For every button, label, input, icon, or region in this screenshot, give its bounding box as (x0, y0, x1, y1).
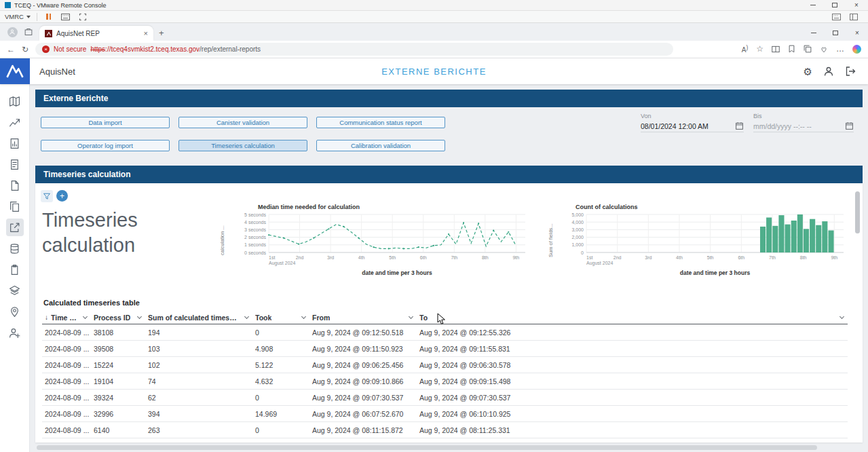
vertical-scrollbar-thumb[interactable] (855, 191, 860, 233)
console-panels-button[interactable] (848, 12, 859, 22)
browser-profile-button[interactable] (6, 26, 18, 38)
horizontal-scrollbar-thumb[interactable] (37, 445, 817, 450)
favorites-hub-button[interactable] (788, 45, 795, 53)
column-header-sum-of-calculated-timeseries[interactable]: Sum of calculated timeseries (145, 314, 252, 322)
vmware-maximize-button[interactable] (831, 1, 839, 10)
send-ctrl-alt-del-button[interactable] (60, 12, 71, 22)
sidebar-item-map[interactable] (6, 92, 24, 110)
report-button-operator-log-import[interactable]: Operator log import (41, 140, 170, 151)
back-button[interactable]: ← (7, 45, 15, 54)
date-from-calendar-button[interactable] (735, 121, 744, 130)
date-to-field[interactable]: Bis mm/dd/yyyy --:-- -- (753, 113, 854, 132)
vmware-remote-console-window: TCEQ - VMware Remote Console × VMRC (0, 0, 868, 452)
logout-button[interactable] (845, 66, 856, 77)
sidebar-item-document-lines[interactable] (6, 155, 24, 173)
fullscreen-button[interactable] (77, 12, 88, 22)
chevron-down-icon[interactable] (83, 314, 88, 319)
sidebar-item-layers[interactable] (6, 282, 24, 299)
sidebar-item-file[interactable] (6, 176, 24, 194)
report-button-communication-status-report[interactable]: Communication status report (316, 117, 445, 128)
svg-text:9th: 9th (512, 255, 519, 260)
vmware-close-button[interactable]: × (852, 1, 861, 10)
aquisnet-logo[interactable] (0, 58, 30, 84)
chevron-down-icon[interactable] (409, 314, 413, 319)
sidebar-item-copy[interactable] (6, 197, 24, 215)
user-account-button[interactable] (823, 66, 834, 77)
read-aloud-button[interactable]: A) (742, 44, 748, 54)
browser-toolbar-icons: A) ☆ … (742, 44, 861, 54)
sidebar-item-database[interactable] (6, 240, 24, 257)
filter-button[interactable] (41, 190, 53, 202)
sidebar (0, 84, 30, 452)
chart-y-axis-label: calculation ... (217, 212, 227, 269)
report-button-calibration-validation[interactable]: Calibration validation (316, 140, 445, 151)
browser-minimize-button[interactable] (810, 29, 818, 37)
date-to-placeholder[interactable]: mm/dd/yyyy --:-- -- (753, 122, 812, 130)
new-tab-button[interactable]: + (159, 28, 164, 38)
copilot-icon[interactable] (852, 45, 861, 54)
chevron-down-icon[interactable] (137, 314, 142, 319)
svg-text:1,000: 1,000 (571, 242, 584, 247)
column-header-to[interactable]: To (417, 314, 848, 322)
settings-menu-button[interactable]: … (836, 44, 844, 54)
add-button[interactable]: + (56, 190, 68, 202)
browser-tab-aquisnet-rep[interactable]: AquisNet REP × (39, 26, 153, 41)
vmware-minimize-button[interactable] (809, 1, 817, 10)
svg-text:3rd: 3rd (645, 255, 652, 260)
chevron-down-icon[interactable] (839, 314, 844, 319)
tab-close-button[interactable]: × (144, 29, 148, 37)
address-bar[interactable]: × Not secure https://tceq4svmkist2.tceq.… (35, 43, 673, 56)
svg-text:5,000: 5,000 (571, 212, 584, 217)
report-button-canister-validation[interactable]: Canister validation (178, 117, 307, 128)
column-header-process-id[interactable]: Process ID (91, 314, 145, 322)
browser-close-button[interactable]: × (853, 29, 861, 37)
svg-text:2nd: 2nd (296, 255, 304, 260)
sidebar-item-clipboard[interactable] (6, 261, 24, 278)
suspend-button[interactable] (43, 12, 54, 22)
column-label: Sum of calculated timeseries (148, 314, 240, 322)
chart-count-of-calculations: Count of calculationsSum of fields...5,0… (546, 204, 848, 276)
sidebar-item-user-settings[interactable] (6, 324, 24, 341)
security-label: Not secure (54, 45, 86, 53)
column-header-time-bu[interactable]: ↓Time Bu... (42, 314, 91, 322)
settings-button[interactable]: ⚙ (804, 67, 812, 77)
timeseries-section-header: Timeseries calculation (35, 166, 863, 183)
virtual-keyboard-button[interactable] (831, 12, 842, 22)
timeseries-card: + Timeseries calculation Median time nee… (35, 183, 863, 442)
table-cell: Aug 9, 2024 @ 09:06:25.456 (309, 361, 417, 369)
vmrc-menu-button[interactable]: VMRC (5, 13, 31, 20)
refresh-button[interactable]: ↻ (22, 45, 29, 54)
chevron-down-icon[interactable] (244, 314, 249, 319)
column-header-took[interactable]: Took (252, 314, 309, 322)
report-button-data-import[interactable]: Data import (41, 117, 170, 128)
table-cell: Aug 9, 2024 @ 09:07:30.537 (417, 394, 848, 402)
workspaces-button[interactable] (22, 26, 35, 38)
collections-button[interactable] (804, 45, 812, 53)
sidebar-item-location-pin[interactable] (6, 303, 24, 320)
chevron-down-icon[interactable] (301, 314, 306, 319)
sidebar-item-report-chart[interactable] (6, 134, 24, 152)
sidebar-item-export-edit[interactable] (6, 219, 24, 236)
svg-text:2 seconds: 2 seconds (244, 235, 266, 240)
date-to-calendar-button[interactable] (845, 121, 854, 130)
sidebar-item-trend-chart[interactable] (6, 113, 24, 131)
table-cell: Aug 9, 2024 @ 08:11:15.872 (309, 426, 417, 434)
filter-funnel-icon (43, 192, 51, 200)
date-from-value[interactable]: 08/01/2024 12:00 AM (641, 122, 709, 130)
date-from-field[interactable]: Von 08/01/2024 12:00 AM (641, 113, 744, 132)
table-cell: 394 (145, 410, 252, 418)
browser-essentials-button[interactable] (820, 45, 828, 53)
timeseries-table: ↓Time Bu...Process IDSum of calculated t… (42, 311, 848, 438)
copy-icon (9, 201, 20, 212)
document-lines-icon (9, 159, 20, 170)
favorites-button[interactable]: ☆ (756, 44, 763, 54)
table-cell: 39324 (91, 394, 145, 402)
table-cell: 2024-08-09 ... (42, 377, 91, 385)
column-label: Process ID (94, 314, 130, 322)
browser-maximize-button[interactable] (831, 29, 839, 37)
report-button-timeseries-calculation[interactable]: Timeseries calculation (178, 140, 307, 151)
column-label: Took (255, 314, 271, 322)
page-url: https://tceq4svmkist2.tceq.texas.gov/rep… (90, 45, 261, 53)
split-screen-button[interactable] (772, 45, 780, 53)
column-header-from[interactable]: From (309, 314, 417, 322)
